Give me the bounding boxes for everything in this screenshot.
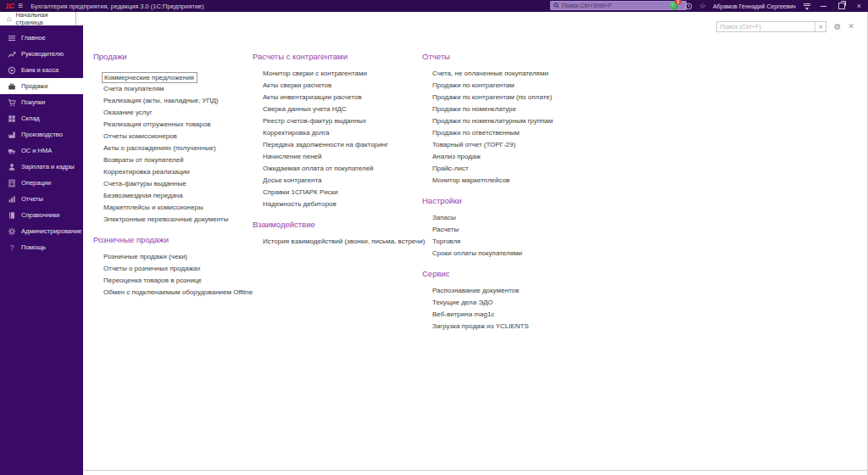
- history-icon[interactable]: [685, 3, 693, 10]
- panel-search-area: Поиск (Ctrl+F) ✕ ⚙ ✕: [716, 21, 854, 32]
- sidebar-item-payroll-hr[interactable]: Зарплата и кадры: [0, 159, 83, 175]
- panel-search-placeholder: Поиск (Ctrl+F): [717, 22, 815, 31]
- menu-link[interactable]: Корректировка реализации: [93, 166, 259, 178]
- book-icon: [8, 211, 16, 220]
- sidebar-item-reports[interactable]: Отчеты: [0, 191, 83, 207]
- sidebar-item-label: Зарплата и кадры: [21, 163, 75, 170]
- menu-link[interactable]: История взаимодействий (звонки, письма, …: [253, 236, 426, 248]
- group-settlements: Расчеты с контрагентами Монитор сверки с…: [253, 51, 426, 210]
- window-title: Бухгалтерия предприятия, редакция 3.0 (1…: [31, 3, 203, 10]
- main-menu-icon[interactable]: ≡: [19, 0, 24, 12]
- menu-link[interactable]: Отчеты комиссионеров: [93, 131, 259, 142]
- menu-link[interactable]: Продажи по контрагентам (по оплате): [422, 92, 600, 103]
- menu-link[interactable]: Розничные продажи (чеки): [93, 251, 259, 263]
- menu-link[interactable]: Справки 1СПАРК Риски: [253, 187, 426, 198]
- truck-icon: [8, 147, 16, 155]
- menu-link[interactable]: Передача задолженности на факторинг: [253, 139, 426, 151]
- menu-link[interactable]: Реализация отгруженных товаров: [93, 119, 259, 131]
- panel-settings-gear-icon[interactable]: ⚙: [833, 21, 841, 32]
- search-icon: [554, 3, 559, 8]
- global-search-input[interactable]: Поиск Ctrl+Shift+F: [550, 1, 687, 10]
- menu-link[interactable]: Веб-витрина mag1c: [422, 309, 600, 321]
- menu-link[interactable]: Анализ продаж: [422, 151, 600, 163]
- menu-link[interactable]: Продажи по номенклатуре: [422, 103, 600, 115]
- menu-link[interactable]: Безвозмездная передача: [93, 190, 259, 202]
- sidebar-item-production[interactable]: Производство: [0, 126, 83, 142]
- sidebar-item-fixed-assets[interactable]: ОС и НМА: [0, 142, 83, 159]
- menu-link[interactable]: Обмен с подключаемым оборудованием Offli…: [93, 287, 259, 299]
- menu-link[interactable]: Расчеты: [422, 224, 600, 236]
- menu-link[interactable]: Реализация (акты, накладные, УПД): [93, 95, 259, 107]
- menu-link[interactable]: Продажи по ответственным: [422, 127, 600, 139]
- sections-sidebar: Главное Руководителю Банк и касса Продаж…: [0, 25, 83, 475]
- status-bar-divider: [83, 470, 867, 471]
- menu-link[interactable]: Оказание услуг: [93, 107, 259, 119]
- sidebar-item-manager[interactable]: Руководителю: [0, 46, 83, 62]
- menu-link[interactable]: Реестр счетов-фактур выданных: [253, 115, 426, 127]
- boxes-grid-icon: [8, 115, 16, 123]
- sidebar-item-administration[interactable]: Администрирование: [0, 223, 83, 239]
- close-window-button[interactable]: ×: [857, 0, 861, 12]
- menu-link[interactable]: Сверка данных учета НДС: [253, 103, 426, 115]
- menu-link[interactable]: Акты о расхождениях (полученные): [93, 142, 259, 154]
- menu-link[interactable]: Акты сверки расчетов: [253, 80, 426, 92]
- menu-link[interactable]: Сроки оплаты покупателями: [422, 248, 600, 260]
- menu-link[interactable]: Продажи по номенклатурным группам: [422, 115, 600, 127]
- menu-link[interactable]: Начисление пеней: [253, 151, 426, 163]
- menu-link[interactable]: Счета, не оплаченные покупателями: [422, 68, 600, 80]
- menu-link[interactable]: Прайс-лист: [422, 163, 600, 175]
- sidebar-item-bank-cash[interactable]: Банк и касса: [0, 62, 83, 78]
- menu-link[interactable]: Товарный отчет (ТОРГ-29): [422, 139, 600, 151]
- favorites-star-icon[interactable]: ☆: [699, 0, 706, 12]
- menu-link[interactable]: Счета покупателям: [93, 83, 259, 95]
- menu-link[interactable]: Торговля: [422, 236, 600, 248]
- menu-link[interactable]: Надежность дебиторов: [253, 198, 426, 210]
- sidebar-item-purchases[interactable]: Покупки: [0, 94, 83, 110]
- sidebar-item-label: Администрирование: [21, 227, 82, 235]
- sidebar-item-label: Производство: [21, 131, 63, 138]
- menu-link[interactable]: Маркетплейсы и комиссионеры: [93, 202, 259, 214]
- global-search-placeholder: Поиск Ctrl+Shift+F: [562, 3, 612, 8]
- menu-link[interactable]: Акты инвентаризации расчетов: [253, 92, 426, 103]
- cart-icon: [8, 98, 16, 107]
- menu-link[interactable]: Электронные перевозочные документы: [93, 214, 259, 226]
- menu-link[interactable]: Текущие дела ЭДО: [422, 297, 600, 309]
- menu-link[interactable]: Досье контрагента: [253, 175, 426, 187]
- sidebar-item-sales[interactable]: Продажи: [0, 78, 83, 94]
- menu-link[interactable]: Корректировка долга: [253, 127, 426, 139]
- menu-link[interactable]: Ожидаемая оплата от покупателей: [253, 163, 426, 175]
- sidebar-item-directories[interactable]: Справочники: [0, 207, 83, 223]
- menu-link[interactable]: Монитор маркетплейсов: [422, 175, 600, 187]
- sidebar-item-operations[interactable]: Операции: [0, 175, 83, 191]
- panel-close-icon[interactable]: ✕: [848, 21, 854, 32]
- menu-link[interactable]: Монитор сверки с контрагентами: [253, 68, 426, 80]
- discussions-notification-icon[interactable]: 2: [670, 2, 678, 10]
- sidebar-item-main[interactable]: Главное: [0, 30, 83, 46]
- tools-settings-icon[interactable]: [804, 2, 810, 10]
- menu-link[interactable]: Счета-фактуры выданные: [93, 178, 259, 190]
- group-settings: Настройки Запасы Расчеты Торговля Сроки …: [422, 195, 600, 260]
- section-title: Настройки: [422, 195, 600, 207]
- section-title: Сервис: [422, 268, 600, 280]
- clear-search-icon[interactable]: ✕: [815, 22, 826, 31]
- menu-link[interactable]: Распознавание документов: [422, 285, 600, 297]
- group-reports: Отчеты Счета, не оплаченные покупателями…: [422, 51, 600, 187]
- section-title: Розничные продажи: [93, 234, 259, 246]
- sidebar-item-warehouse[interactable]: Склад: [0, 110, 83, 126]
- tab-home-page[interactable]: ⌂ Начальная страница: [0, 12, 76, 25]
- menu-link[interactable]: Отчеты о розничных продажах: [93, 263, 259, 275]
- menu-link[interactable]: Загрузка продаж из YCLIENTS: [422, 321, 600, 332]
- 1c-logo: 1С: [5, 2, 14, 10]
- menu-link[interactable]: Запасы: [422, 212, 600, 224]
- panel-search-input[interactable]: Поиск (Ctrl+F) ✕: [716, 21, 826, 32]
- section-title: Продажи: [93, 51, 259, 63]
- menu-link[interactable]: Переоценка товаров в рознице: [93, 275, 259, 287]
- restore-button[interactable]: [838, 3, 845, 9]
- menu-link-focused[interactable]: Коммерческие предложения: [102, 72, 198, 83]
- menu-link[interactable]: Возвраты от покупателей: [93, 154, 259, 166]
- column-reports: Отчеты Счета, не оплаченные покупателями…: [422, 51, 600, 332]
- menu-link[interactable]: Продажи по контрагентам: [422, 80, 600, 92]
- minimize-button[interactable]: [821, 6, 826, 7]
- sidebar-item-help[interactable]: ? Помощь: [0, 239, 83, 255]
- column-sales: Продажи Коммерческие предложения Счета п…: [93, 51, 259, 299]
